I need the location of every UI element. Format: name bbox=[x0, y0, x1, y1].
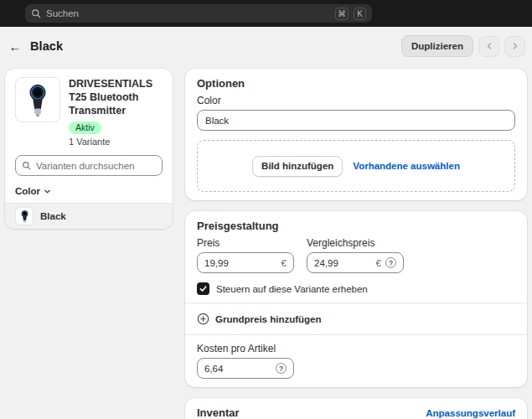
content: DRIVESENTIALS T25 Bluetooth Transmitter … bbox=[0, 65, 532, 419]
product-image[interactable] bbox=[15, 77, 60, 122]
pricing-card-title: Preisgestaltung bbox=[197, 220, 515, 232]
color-option-input[interactable] bbox=[197, 110, 515, 131]
global-search-input[interactable] bbox=[46, 8, 330, 18]
tax-checkbox[interactable] bbox=[197, 282, 209, 295]
inventory-card: Inventar Anpassungsverlauf Inventar wird… bbox=[185, 398, 527, 419]
variant-detail-page: ⌘ K ← Black Duplizieren bbox=[0, 0, 532, 419]
color-filter-label: Color bbox=[15, 186, 40, 196]
divider bbox=[185, 303, 527, 303]
variant-image-dropzone[interactable]: Bild hinzufügen Vorhandene auswählen bbox=[197, 140, 515, 192]
currency-suffix: € bbox=[281, 258, 287, 268]
cost-per-item-label: Kosten pro Artikel bbox=[197, 343, 515, 354]
price-field[interactable]: € bbox=[197, 252, 294, 273]
chevron-right-icon bbox=[511, 42, 519, 50]
compare-price-field-group: Vergleichspreis € ? bbox=[307, 237, 404, 273]
global-search-field[interactable]: ⌘ K bbox=[25, 4, 372, 23]
cost-per-item-field[interactable]: ? bbox=[197, 358, 294, 379]
pricing-card: Preisgestaltung Preis € Vergleichspreis bbox=[185, 211, 527, 387]
add-unit-price-button[interactable]: Grundpreis hinzufügen bbox=[197, 311, 322, 327]
adjustment-history-link[interactable]: Anpassungsverlauf bbox=[426, 408, 515, 418]
inventory-card-header: Inventar Anpassungsverlauf bbox=[197, 406, 515, 419]
cmd-key-hint: ⌘ bbox=[335, 8, 349, 20]
variant-label: Black bbox=[40, 211, 66, 221]
main-column: Optionen Color Bild hinzufügen Vorhanden… bbox=[185, 69, 527, 419]
color-filter-button[interactable]: Color bbox=[15, 186, 51, 196]
options-card: Optionen Color Bild hinzufügen Vorhanden… bbox=[185, 69, 527, 200]
help-icon[interactable]: ? bbox=[276, 363, 287, 374]
variant-search-input[interactable] bbox=[36, 161, 156, 171]
select-existing-link[interactable]: Vorhandene auswählen bbox=[353, 161, 460, 171]
tax-checkbox-row[interactable]: Steuern auf diese Variante erheben bbox=[197, 282, 515, 295]
inventory-card-title: Inventar bbox=[197, 406, 240, 419]
topbar: ⌘ K bbox=[0, 0, 532, 27]
chevron-left-icon bbox=[485, 42, 493, 50]
color-option-label: Color bbox=[197, 95, 515, 106]
duplicate-button[interactable]: Duplizieren bbox=[401, 35, 473, 57]
chevron-down-icon bbox=[44, 188, 51, 195]
check-icon bbox=[199, 285, 207, 292]
compare-price-label: Vergleichspreis bbox=[307, 237, 404, 249]
price-label: Preis bbox=[197, 237, 294, 249]
add-image-button[interactable]: Bild hinzufügen bbox=[252, 156, 343, 177]
price-field-group: Preis € bbox=[197, 237, 294, 273]
page-title: Black bbox=[30, 39, 63, 53]
compare-price-input[interactable] bbox=[314, 258, 372, 268]
help-icon[interactable]: ? bbox=[385, 257, 396, 268]
variant-search-field[interactable] bbox=[15, 155, 163, 176]
divider bbox=[185, 334, 527, 335]
options-card-title: Optionen bbox=[197, 77, 515, 90]
previous-variant-button[interactable] bbox=[478, 36, 499, 57]
price-input[interactable] bbox=[204, 258, 277, 268]
next-variant-button[interactable] bbox=[504, 36, 525, 57]
tax-checkbox-label: Steuern auf diese Variante erheben bbox=[216, 284, 368, 294]
search-icon bbox=[31, 8, 41, 18]
price-fields-row: Preis € Vergleichspreis € ? bbox=[197, 237, 515, 273]
variant-count: 1 Variante bbox=[69, 137, 163, 147]
product-meta: DRIVESENTIALS T25 Bluetooth Transmitter … bbox=[69, 77, 163, 147]
variant-thumbnail bbox=[15, 207, 34, 225]
variant-sidebar-card: DRIVESENTIALS T25 Bluetooth Transmitter … bbox=[5, 69, 173, 229]
plus-circle-icon bbox=[197, 313, 209, 325]
header-actions: Duplizieren bbox=[401, 35, 525, 57]
k-key-hint: K bbox=[354, 8, 366, 20]
variant-list-item-black[interactable]: Black bbox=[5, 204, 173, 229]
back-button[interactable]: ← bbox=[7, 40, 23, 53]
search-icon bbox=[22, 161, 31, 170]
page-header: ← Black Duplizieren bbox=[0, 27, 532, 65]
product-title-link[interactable]: DRIVESENTIALS T25 Bluetooth Transmitter bbox=[69, 77, 163, 117]
unit-price-label: Grundpreis hinzufügen bbox=[215, 314, 322, 324]
currency-suffix: € bbox=[376, 258, 381, 268]
cost-per-item-input[interactable] bbox=[204, 364, 271, 374]
product-summary: DRIVESENTIALS T25 Bluetooth Transmitter … bbox=[5, 77, 173, 147]
status-badge: Aktiv bbox=[69, 122, 101, 134]
compare-price-field[interactable]: € ? bbox=[307, 252, 404, 273]
